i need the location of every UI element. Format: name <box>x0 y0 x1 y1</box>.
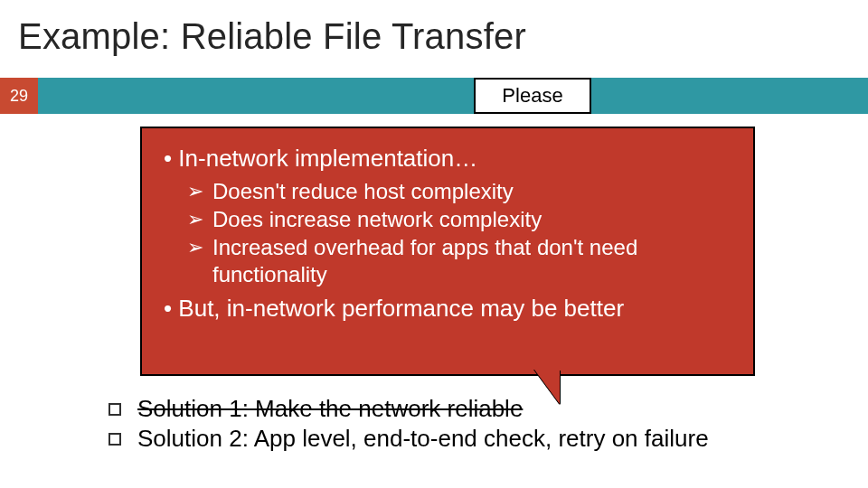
solution-1-text: Solution 1: Make the network reliable <box>137 394 523 424</box>
header-band: 29 Please <box>0 78 868 114</box>
callout-heading-1: • In-network implementation… <box>164 145 731 173</box>
slide: Example: Reliable File Transfer 29 Pleas… <box>0 0 868 488</box>
solution-2-text: Solution 2: App level, end-to-end check,… <box>137 424 709 454</box>
slide-title: Example: Reliable File Transfer <box>18 16 526 57</box>
callout-heading-2-text: But, in-network performance may be bette… <box>178 295 624 322</box>
bullet-dot: • <box>164 295 178 322</box>
callout-heading-2: • But, in-network performance may be bet… <box>164 295 731 324</box>
arrow-icon: ➢ <box>187 234 203 289</box>
callout-box: • In-network implementation… ➢Doesn't re… <box>140 127 755 376</box>
callout-bullet: ➢Doesn't reduce host complexity <box>187 178 731 206</box>
callout-bullet-text: Doesn't reduce host complexity <box>212 178 514 206</box>
callout-bullet-text: Increased overhead for apps that don't n… <box>212 234 731 289</box>
callout: • In-network implementation… ➢Doesn't re… <box>140 127 757 394</box>
arrow-icon: ➢ <box>187 178 203 206</box>
please-label-box: Please <box>474 78 591 114</box>
callout-bullet: ➢Does increase network complexity <box>187 206 731 234</box>
callout-heading-1-text: In-network implementation… <box>178 145 477 172</box>
callout-bullet: ➢Increased overhead for apps that don't … <box>187 234 731 289</box>
arrow-icon: ➢ <box>187 206 203 234</box>
list-item: Solution 2: App level, end-to-end check,… <box>108 424 832 454</box>
solutions-list: Solution 1: Make the network reliable So… <box>108 394 832 455</box>
callout-bullet-text: Does increase network complexity <box>212 206 542 234</box>
bullet-dot: • <box>164 145 178 172</box>
square-bullet-icon <box>108 433 121 446</box>
accent-strip <box>38 78 868 114</box>
callout-bullet-list: ➢Doesn't reduce host complexity ➢Does in… <box>187 178 731 289</box>
list-item: Solution 1: Make the network reliable <box>108 394 832 424</box>
slide-number: 29 <box>0 78 38 114</box>
square-bullet-icon <box>108 403 121 416</box>
